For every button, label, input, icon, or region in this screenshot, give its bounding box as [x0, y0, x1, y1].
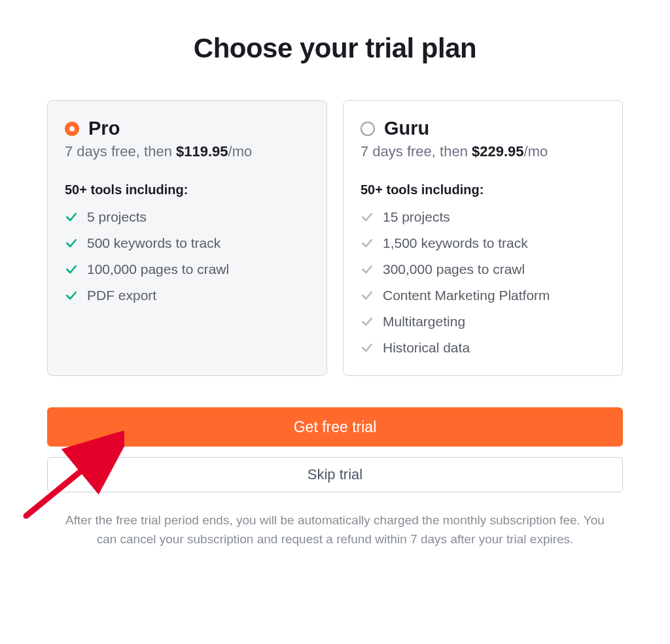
feature-item: Historical data: [361, 340, 605, 356]
get-free-trial-button[interactable]: Get free trial: [47, 407, 623, 447]
tools-title: 50+ tools including:: [65, 182, 309, 197]
check-icon: [65, 263, 78, 276]
feature-label: 15 projects: [383, 209, 450, 225]
plan-name: Pro: [88, 118, 120, 139]
radio-guru[interactable]: [361, 122, 375, 136]
feature-item: 500 keywords to track: [65, 235, 309, 251]
feature-label: PDF export: [87, 288, 156, 303]
plan-card-pro[interactable]: Pro7 days free, then $119.95/mo50+ tools…: [47, 100, 327, 376]
plan-name: Guru: [384, 118, 429, 139]
price-suffix: /mo: [228, 143, 253, 160]
skip-trial-button[interactable]: Skip trial: [47, 457, 623, 492]
check-icon: [65, 211, 78, 224]
button-group: Get free trial Skip trial: [47, 407, 623, 492]
price-prefix: 7 days free, then: [361, 143, 472, 160]
radio-pro[interactable]: [65, 122, 79, 136]
feature-label: Historical data: [383, 340, 470, 356]
plan-price-line: 7 days free, then $119.95/mo: [65, 143, 309, 160]
feature-item: 5 projects: [65, 209, 309, 225]
feature-item: Content Marketing Platform: [361, 288, 605, 303]
check-icon: [361, 263, 374, 276]
feature-label: 5 projects: [87, 209, 147, 225]
feature-item: 15 projects: [361, 209, 605, 225]
check-icon: [65, 237, 78, 250]
feature-item: 100,000 pages to crawl: [65, 262, 309, 277]
price-amount: $119.95: [176, 143, 228, 160]
plan-header: Pro: [65, 118, 309, 139]
feature-list: 5 projects500 keywords to track100,000 p…: [65, 209, 309, 303]
check-icon: [361, 211, 374, 224]
feature-item: 300,000 pages to crawl: [361, 262, 605, 277]
check-icon: [361, 237, 374, 250]
feature-item: Multitargeting: [361, 314, 605, 330]
disclaimer-text: After the free trial period ends, you wi…: [47, 511, 623, 549]
feature-label: 100,000 pages to crawl: [87, 262, 229, 277]
check-icon: [65, 289, 78, 302]
check-icon: [361, 315, 374, 328]
feature-item: PDF export: [65, 288, 309, 303]
plan-card-guru[interactable]: Guru7 days free, then $229.95/mo50+ tool…: [343, 100, 623, 376]
check-icon: [361, 289, 374, 302]
check-icon: [361, 341, 374, 354]
price-prefix: 7 days free, then: [65, 143, 176, 160]
feature-label: 300,000 pages to crawl: [383, 262, 525, 277]
feature-label: 1,500 keywords to track: [383, 235, 528, 251]
feature-label: Multitargeting: [383, 314, 465, 330]
feature-item: 1,500 keywords to track: [361, 235, 605, 251]
plan-header: Guru: [361, 118, 605, 139]
plan-price-line: 7 days free, then $229.95/mo: [361, 143, 605, 160]
feature-label: 500 keywords to track: [87, 235, 220, 251]
page-title: Choose your trial plan: [47, 33, 623, 64]
price-amount: $229.95: [472, 143, 524, 160]
feature-label: Content Marketing Platform: [383, 288, 550, 303]
plan-list: Pro7 days free, then $119.95/mo50+ tools…: [47, 100, 623, 376]
tools-title: 50+ tools including:: [361, 182, 605, 197]
feature-list: 15 projects1,500 keywords to track300,00…: [361, 209, 605, 356]
price-suffix: /mo: [524, 143, 548, 160]
